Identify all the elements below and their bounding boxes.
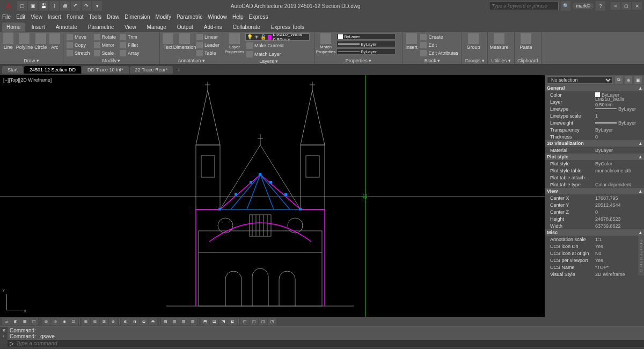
qat-open-icon[interactable]: ▣	[28, 1, 38, 11]
grip-icon[interactable]: ⋮	[2, 334, 6, 339]
pickadd-icon[interactable]: ⊕	[625, 76, 632, 84]
panel-annotation-title[interactable]: Annotation ▾	[162, 57, 221, 64]
selection-combo[interactable]: No selection	[547, 76, 613, 84]
bt-icon-6[interactable]: ◎	[51, 318, 60, 325]
mirror-button[interactable]: Mirror	[93, 41, 118, 49]
bt-icon-16[interactable]: ◓	[149, 318, 157, 325]
bt-icon-19[interactable]: ▧	[179, 318, 188, 325]
panel-groups-title[interactable]: Groups ▾	[464, 57, 485, 64]
prop-plottype[interactable]: Plot table typeColor dependent	[545, 181, 644, 188]
insert-block-button[interactable]: Insert	[405, 33, 418, 50]
bt-icon-9[interactable]: ⊞	[82, 318, 90, 325]
section-view[interactable]: View▴	[545, 188, 644, 194]
ribbon-tab-expresstools[interactable]: Express Tools	[267, 23, 309, 32]
bt-icon-18[interactable]: ▥	[170, 318, 179, 325]
ribbon-tab-collaborate[interactable]: Collaborate	[229, 23, 265, 32]
qat-new-icon[interactable]: ▢	[17, 1, 27, 11]
prop-plottable[interactable]: Plot style tablemonochrome.ctb	[545, 167, 644, 174]
prop-centerx[interactable]: Center X17687.795	[545, 194, 644, 201]
match-properties-button[interactable]: Match Properties	[317, 33, 335, 54]
prop-ltscale[interactable]: Linetype scale1	[545, 112, 644, 119]
paste-button[interactable]: Paste	[517, 33, 535, 50]
prop-centery[interactable]: Center Y20512.4544	[545, 201, 644, 208]
panel-modify-title[interactable]: Modify ▾	[65, 57, 157, 64]
copy-button[interactable]: Copy	[65, 41, 91, 49]
panel-draw-title[interactable]: Draw ▾	[2, 57, 61, 64]
menu-insert[interactable]: Insert	[48, 14, 61, 20]
qat-undo-icon[interactable]: ↶	[71, 1, 80, 11]
qat-redo-icon[interactable]: ↷	[82, 1, 91, 11]
bt-icon-28[interactable]: ◳	[268, 318, 276, 325]
minimize-button[interactable]: ━	[611, 2, 620, 10]
prop-width[interactable]: Width63739.8622	[545, 222, 644, 229]
add-tab-button[interactable]: +	[174, 67, 184, 73]
bt-icon-12[interactable]: ⊕	[109, 318, 118, 325]
prop-height[interactable]: Height24678.8523	[545, 215, 644, 222]
bt-icon-17[interactable]: ▤	[161, 318, 170, 325]
prop-lineweight[interactable]: LineweightByLayer	[545, 119, 644, 126]
ucs-icon[interactable]: Y X	[5, 290, 27, 311]
prop-ucsorigin[interactable]: UCS icon at originNo	[545, 250, 644, 257]
doctab-active[interactable]: 24501-12 Section DD	[24, 66, 81, 74]
maximize-button[interactable]: ▢	[621, 2, 631, 10]
drawing-viewport[interactable]: [−][Top][2D Wireframe]	[0, 75, 545, 317]
menu-dimension[interactable]: Dimension	[125, 14, 150, 20]
section-plotstyle[interactable]: Plot style▴	[545, 154, 644, 160]
section-misc[interactable]: Misc▴	[545, 229, 644, 236]
bt-icon-10[interactable]: ⊟	[91, 318, 99, 325]
menu-file[interactable]: File	[2, 14, 11, 20]
bt-icon-8[interactable]: ⊡	[69, 318, 78, 325]
bt-icon-25[interactable]: ◰	[240, 318, 249, 325]
command-input[interactable]	[16, 340, 642, 346]
arc-button[interactable]: Arc	[48, 33, 61, 50]
qat-plot-icon[interactable]: 🖶	[60, 1, 70, 11]
selectobjects-icon[interactable]: ▣	[634, 76, 642, 84]
prop-centerz[interactable]: Center Z0	[545, 208, 644, 215]
prop-material[interactable]: MaterialByLayer	[545, 147, 644, 154]
array-button[interactable]: Array	[119, 49, 141, 57]
bt-icon-3[interactable]: ▦	[20, 318, 29, 325]
doctab-3[interactable]: 22 Trace Rear*	[130, 66, 173, 74]
menu-draw[interactable]: Draw	[107, 14, 119, 20]
stretch-button[interactable]: Stretch	[65, 49, 91, 57]
line-button[interactable]: Line	[2, 33, 14, 50]
polyline-button[interactable]: Polyline	[16, 33, 33, 50]
linetype-combo[interactable]: ByLayer	[336, 48, 396, 55]
bt-icon-20[interactable]: ▨	[188, 318, 197, 325]
prop-layer[interactable]: LayerLM210_Walls 0.50mm	[545, 98, 644, 105]
ribbon-tab-manage[interactable]: Manage	[143, 23, 171, 32]
menu-window[interactable]: Window	[208, 14, 227, 20]
bt-icon-2[interactable]: ◧	[11, 318, 20, 325]
prop-annoscale[interactable]: Annotation scale1:1	[545, 236, 644, 243]
menu-express[interactable]: Express	[248, 14, 268, 20]
prop-ucsname[interactable]: UCS Name*TOP*	[545, 264, 644, 271]
ribbon-tab-insert[interactable]: Insert	[27, 23, 49, 32]
bt-icon-24[interactable]: ⬕	[228, 318, 237, 325]
panel-properties-title[interactable]: Properties ▾	[317, 57, 400, 64]
menu-edit[interactable]: Edit	[16, 14, 25, 20]
qat-more-icon[interactable]: ▾	[92, 1, 102, 11]
qat-saveas-icon[interactable]: ⤵	[49, 1, 59, 11]
current-layer-combo[interactable]: 💡☀🔓LM210_Walls 0.50mm	[245, 33, 310, 41]
lineweight-combo[interactable]: ByLayer	[336, 41, 396, 47]
menu-format[interactable]: Format	[67, 14, 84, 20]
leader-button[interactable]: Leader	[195, 41, 221, 49]
command-input-row[interactable]: ▷	[8, 340, 644, 347]
close-icon[interactable]: ✕	[2, 328, 6, 333]
text-button[interactable]: Text	[162, 33, 174, 50]
circle-button[interactable]: Circle	[34, 33, 47, 50]
bt-icon-13[interactable]: ◐	[121, 318, 130, 325]
bt-icon-4[interactable]: ◫	[30, 318, 38, 325]
menu-view[interactable]: View	[31, 14, 42, 20]
bt-icon-7[interactable]: ◉	[60, 318, 69, 325]
app-logo[interactable]: A	[2, 0, 14, 12]
properties-vertical-tab[interactable]: PROPERTIES	[638, 236, 644, 275]
table-button[interactable]: Table	[195, 49, 221, 57]
prop-transparency[interactable]: TransparencyByLayer	[545, 126, 644, 133]
user-menu[interactable]: mark©	[573, 3, 594, 9]
command-handle[interactable]: ✕⋮	[0, 327, 8, 347]
ribbon-tab-output[interactable]: Output	[173, 23, 197, 32]
qat-save-icon[interactable]: 💾	[39, 1, 48, 11]
prop-plotstyle[interactable]: Plot styleByColor	[545, 160, 644, 167]
panel-layers-title[interactable]: Layers ▾	[225, 58, 312, 64]
